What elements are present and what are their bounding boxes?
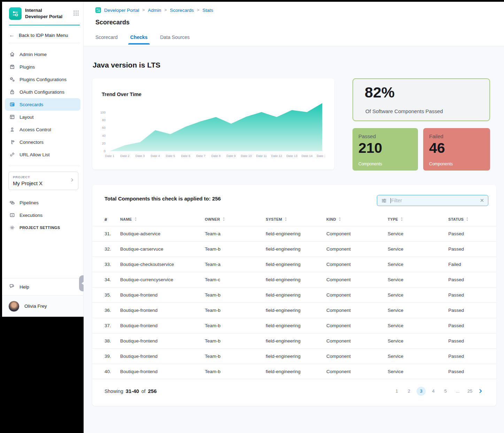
divider [9,43,80,43]
sidebar-item-label: OAuth Configurations [20,89,64,95]
sidebar-item-access-control[interactable]: Access Control [2,123,83,136]
page-button[interactable]: 5 [441,387,450,396]
project-selector[interactable]: PROJECT My Project X [8,172,78,190]
app-switcher-icon[interactable] [73,10,79,17]
sidebar-item-connectors[interactable]: Connectors [2,136,83,148]
sort-icon [222,217,225,222]
cell-status: Passed [448,292,488,298]
page-button[interactable]: 2 [404,387,413,396]
sidebar-item-admin-home[interactable]: Admin Home [2,48,83,61]
page-button[interactable]: 25 [465,387,474,396]
breadcrumb: Developer Portal > Admin > Scorecards > … [95,7,504,13]
cell-system: field-engineering [266,292,326,298]
sidebar-item-scorecards[interactable]: Scorecards [5,98,80,111]
cell-kind: Component [326,354,388,359]
cell-name: Boutique-checkoutservice [120,262,205,267]
page-button[interactable]: 1 [392,387,401,396]
svg-text:Date 4: Date 4 [150,154,160,158]
sidebar-item-plugins[interactable]: Plugins [2,61,83,73]
sort-icon [134,217,137,222]
cell-num: 39. [104,354,120,359]
tab-scorecard[interactable]: Scorecard [95,34,118,45]
breadcrumb-separator: > [164,8,167,13]
svg-text:40: 40 [102,134,106,137]
scorecard-icon [9,102,15,108]
svg-text:Date 5: Date 5 [166,154,175,158]
filter-input[interactable]: Filter ✕ [377,195,488,206]
sidebar-item-plugins-configurations[interactable]: Plugins Configurations [2,73,83,86]
table-row[interactable]: 31.Boutique-adserviceTeam-afield-enginee… [92,226,496,241]
table-row[interactable]: 32.Boutique-carservuceTeam-bfield-engine… [92,241,496,257]
project-nav: Pipelines Executions PROJECT SETTINGS [2,196,83,234]
table-row[interactable]: 35.Boutique-frontendTeam-bfield-engineer… [92,287,496,302]
table-row[interactable]: 38.Boutique-frontendTeam-bfield-engineer… [92,333,496,348]
cell-type: Service [388,369,448,374]
gears-icon [9,77,15,82]
table-row[interactable]: 34.Boutique-currencyserviceTeam-cfield-e… [92,272,496,287]
svg-text:Date 10: Date 10 [241,154,252,158]
sidebar-item-label: Connectors [20,140,44,145]
cell-system: field-engineering [266,354,326,359]
user-menu[interactable]: Olivia Frey [2,295,83,317]
sidebar-item-url-allow-list[interactable]: URL Allow List [2,148,83,161]
text-caret [390,198,391,203]
clear-filter-icon[interactable]: ✕ [480,197,484,204]
cell-status: Passed [448,231,488,236]
tab-data-sources[interactable]: Data Sources [160,34,190,45]
showing-range: 31-40 [126,388,139,394]
cell-status: Passed [448,354,488,359]
page-button[interactable]: 3 [417,387,426,396]
column-header-system[interactable]: SYSTEM [266,217,326,222]
cell-owner: Team-b [205,292,266,298]
table-row[interactable]: 40.Boutique-frontendTeam-bfield-engineer… [92,364,496,379]
table-footer: Showing 31-40 of 256 12345...25 [92,380,496,406]
column-header-status[interactable]: STATUS [448,217,488,222]
help-chat-icon [9,283,15,290]
cell-name: Boutique-currencyservice [120,277,205,282]
sidebar-item-oauth-configurations[interactable]: OAuth Configurations [2,86,83,98]
sidebar-item-label: Plugins [20,64,35,70]
sidebar-item-label: Plugins Configurations [20,77,67,82]
showing-summary: Showing 31-40 of 256 [104,388,157,394]
person-icon [9,127,15,133]
svg-text:Date 1: Date 1 [105,154,115,158]
sidebar-item-label: Admin Home [20,52,47,57]
svg-text:20: 20 [102,142,106,145]
cell-owner: Team-b [205,308,266,313]
cell-name: Boutique-frontend [120,369,205,374]
column-header-owner[interactable]: OWNER [205,217,266,222]
cell-num: 33. [104,262,120,267]
column-header-kind[interactable]: KIND [326,217,388,222]
page-button[interactable]: 4 [429,387,438,396]
svg-text:Date 9: Date 9 [226,154,236,158]
breadcrumb-link[interactable]: Admin [148,8,161,13]
sidebar-item-layout[interactable]: Layout [2,111,83,123]
column-header-name[interactable]: NAME [120,217,205,222]
failed-value: 46 [429,140,490,156]
sidebar-item-pipelines[interactable]: Pipelines [2,196,83,209]
sidebar-item-executions[interactable]: Executions [2,209,83,221]
column-header-type[interactable]: TYPE [388,217,448,222]
back-to-main-menu[interactable]: ← Back to IDP Main Menu [2,27,83,43]
column-header-index[interactable]: # [104,217,120,222]
table-row[interactable]: 33.Boutique-checkoutserviceTeam-afield-e… [92,257,496,272]
table-row[interactable]: 36.Boutique-frontendTeam-bfield-engineer… [92,302,496,318]
table-row[interactable]: 37.Boutique-frontendTeam-bfield-engineer… [92,318,496,333]
cell-status: Passed [448,308,488,313]
sidebar-bottom: Help Olivia Frey [2,278,83,317]
help-button[interactable]: Help [2,278,83,295]
page-header: Developer Portal > Admin > Scorecards > … [84,2,504,45]
main-panel: Developer Portal > Admin > Scorecards > … [84,2,504,433]
cell-kind: Component [326,262,388,267]
next-page-button[interactable] [478,388,483,394]
table-row[interactable]: 39.Boutique-frontendTeam-bfield-engineer… [92,348,496,364]
tab-checks[interactable]: Checks [130,34,148,45]
breadcrumb-link[interactable]: Scorecards [170,8,194,13]
sidebar-item-project-settings[interactable]: PROJECT SETTINGS [2,221,83,234]
project-label: PROJECT [13,175,74,179]
breadcrumb-link[interactable]: Developer Portal [104,8,139,13]
breadcrumb-link[interactable]: Stats [202,8,213,13]
cell-type: Service [388,308,448,313]
cell-system: field-engineering [266,369,326,374]
back-arrow-icon: ← [9,32,15,38]
